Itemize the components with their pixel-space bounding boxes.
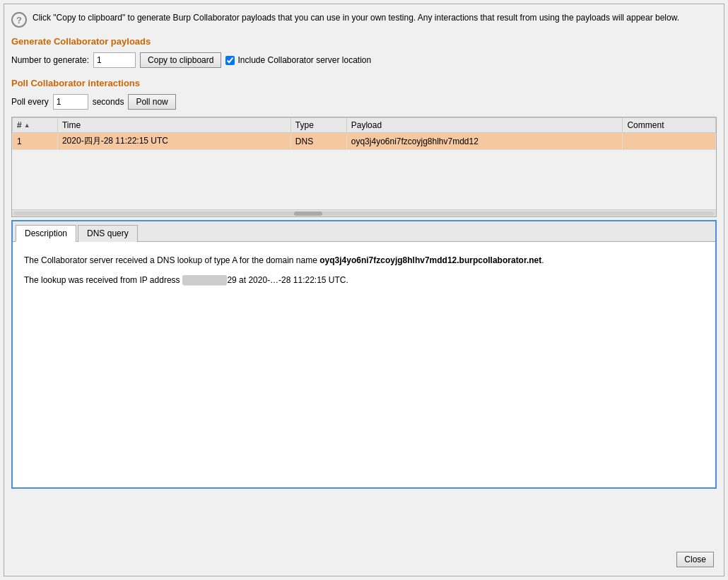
description-redacted: ███████	[182, 275, 228, 285]
row-payload: oyq3j4yo6ni7fzcoyjg8hlhv7mdd12	[346, 133, 623, 150]
include-location-label: Include Collaborator server location	[237, 55, 371, 65]
detail-panel: Description DNS query The Collaborator s…	[11, 220, 717, 489]
tab-dns-query[interactable]: DNS query	[78, 225, 138, 242]
description-line2-prefix: The lookup was received from IP address	[24, 275, 182, 285]
poll-form-row: Poll every seconds Poll now	[11, 94, 717, 110]
tabs-row: Description DNS query	[13, 221, 715, 242]
tab-description[interactable]: Description	[16, 225, 76, 242]
interactions-table: # ▲ Time Type Payload Comment 1 2020-四月-…	[12, 117, 716, 150]
description-line2: The lookup was received from IP address …	[24, 273, 704, 287]
poll-label-suffix: seconds	[93, 97, 124, 107]
number-input[interactable]	[93, 52, 136, 68]
scrollbar-track	[13, 211, 715, 216]
close-row: Close	[676, 552, 714, 567]
description-line1-prefix: The Collaborator server received a DNS l…	[24, 255, 319, 265]
row-num: 1	[13, 133, 58, 150]
col-type[interactable]: Type	[290, 118, 346, 133]
scrollbar-thumb[interactable]	[294, 211, 322, 216]
description-line2-middle: 29 at 2020-…-28 11:22:15 UTC.	[227, 275, 348, 285]
horizontal-scrollbar[interactable]	[12, 209, 716, 216]
include-location-checkbox-row: Include Collaborator server location	[225, 55, 371, 65]
tab-content-description: The Collaborator server received a DNS l…	[13, 242, 715, 487]
info-icon: ?	[11, 12, 27, 28]
table-scroll-area[interactable]: # ▲ Time Type Payload Comment 1 2020-四月-…	[12, 117, 716, 209]
row-time: 2020-四月-28 11:22:15 UTC	[57, 133, 290, 150]
main-window: ? Click "Copy to clipboard" to generate …	[4, 4, 724, 576]
row-comment	[623, 133, 716, 150]
row-type: DNS	[290, 133, 346, 150]
description-line1: The Collaborator server received a DNS l…	[24, 253, 704, 267]
col-comment[interactable]: Comment	[623, 118, 716, 133]
include-location-checkbox[interactable]	[225, 56, 235, 65]
copy-to-clipboard-button[interactable]: Copy to clipboard	[140, 52, 221, 68]
number-label: Number to generate:	[11, 55, 89, 65]
col-time[interactable]: Time	[57, 118, 290, 133]
poll-label-prefix: Poll every	[11, 97, 49, 107]
info-text: Click "Copy to clipboard" to generate Bu…	[33, 11, 717, 24]
generate-title: Generate Collaborator payloads	[11, 36, 717, 47]
interactions-table-wrapper: # ▲ Time Type Payload Comment 1 2020-四月-…	[11, 117, 717, 217]
info-bar: ? Click "Copy to clipboard" to generate …	[11, 11, 717, 28]
col-payload[interactable]: Payload	[346, 118, 623, 133]
col-num[interactable]: # ▲	[13, 118, 58, 133]
poll-interval-input[interactable]	[53, 94, 88, 110]
table-row[interactable]: 1 2020-四月-28 11:22:15 UTC DNS oyq3j4yo6n…	[13, 133, 716, 150]
close-button[interactable]: Close	[676, 552, 714, 567]
table-header: # ▲ Time Type Payload Comment	[13, 118, 716, 133]
description-domain: oyq3j4yo6ni7fzcoyjg8hlhv7mdd12.burpcolla…	[319, 255, 541, 265]
poll-section: Poll Collaborator interactions Poll ever…	[11, 78, 717, 110]
description-line1-suffix: .	[541, 255, 544, 265]
table-body: 1 2020-四月-28 11:22:15 UTC DNS oyq3j4yo6n…	[13, 133, 716, 150]
poll-now-button[interactable]: Poll now	[128, 94, 175, 110]
poll-title: Poll Collaborator interactions	[11, 78, 717, 88]
generate-section: Generate Collaborator payloads Number to…	[11, 36, 717, 68]
sort-arrow-num: ▲	[24, 122, 30, 129]
generate-form-row: Number to generate: Copy to clipboard In…	[11, 52, 717, 68]
